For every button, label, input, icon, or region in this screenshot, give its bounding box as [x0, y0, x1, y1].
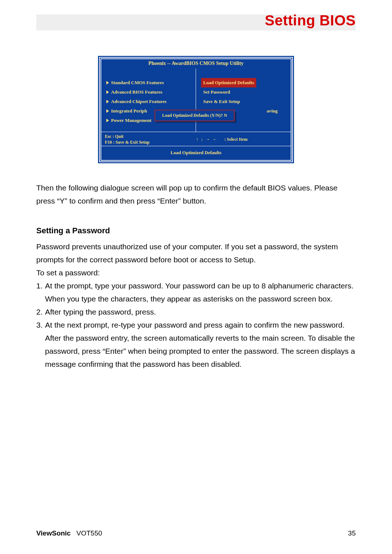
triangle-icon: [106, 119, 109, 122]
triangle-icon: [106, 90, 109, 94]
bios-title: Phoenix -- AwardBIOS CMOS Setup Utility: [101, 59, 291, 69]
bios-hint-select: : Select Item: [224, 136, 248, 142]
section-heading: Setting a Password: [36, 224, 356, 237]
bios-menu-item: Advanced Chipset Features: [106, 97, 191, 106]
arrow-keys-icon: ↑ ↓ → ←: [196, 136, 218, 142]
bios-hint-f10: F10 : Save & Exit Setup: [105, 139, 196, 145]
list-item: 2.After typing the password, press.: [36, 305, 356, 319]
bios-item-label: Advanced BIOS Features: [111, 87, 162, 97]
page-title: Setting BIOS: [265, 12, 356, 29]
page-number: 35: [348, 529, 356, 537]
bios-hint-bar: Esc : Quit F10 : Save & Exit Setup ↑ ↓ →…: [101, 132, 291, 146]
bios-item-label: Set Password: [203, 87, 230, 97]
paragraph: Password prevents unauthorized use of yo…: [36, 240, 356, 266]
triangle-icon: [106, 100, 109, 103]
bios-menu-item: Standard CMOS Features: [106, 78, 191, 87]
list-text: After typing the password, press.: [45, 305, 356, 319]
bios-item-label: Save & Exit Setup: [203, 97, 240, 106]
bios-item-label: Integrated Periph: [111, 106, 147, 116]
bios-screenshot: Phoenix -- AwardBIOS CMOS Setup Utility …: [36, 56, 356, 163]
bios-menu-item: Set Password: [201, 87, 286, 97]
footer-brand-name: ViewSonic: [36, 529, 71, 537]
bios-item-label: Power Management: [111, 116, 151, 125]
list-text: At the prompt, type your password. Your …: [45, 279, 356, 305]
bios-hint-esc: Esc : Quit: [105, 134, 196, 139]
triangle-icon: [106, 109, 109, 113]
bios-item-label: Standard CMOS Features: [111, 78, 164, 87]
ordered-list: 1.At the prompt, type your password. You…: [36, 279, 356, 371]
footer-model: VOT550: [77, 529, 102, 537]
body-content: Then the following dialogue screen will …: [36, 181, 356, 371]
bios-menu-item: Save & Exit Setup: [201, 97, 286, 106]
list-number: 3.: [36, 319, 45, 371]
list-number: 2.: [36, 305, 45, 319]
paragraph: To set a password:: [36, 266, 356, 279]
page-footer: ViewSonic VOT550 35: [36, 529, 356, 537]
bios-item-label: Advanced Chipset Features: [111, 97, 167, 106]
triangle-icon: [106, 81, 109, 85]
paragraph: Then the following dialogue screen will …: [36, 181, 356, 208]
list-item: 3.At the next prompt, re-type your passw…: [36, 319, 356, 371]
list-number: 1.: [36, 279, 45, 305]
bios-item-label: aving: [267, 106, 278, 116]
bios-menu-item: Advanced BIOS Features: [106, 87, 191, 97]
list-text: At the next prompt, re-type your passwor…: [45, 319, 356, 371]
bios-menu-item-selected: Load Optimized Defaults: [201, 78, 256, 87]
bios-footer-label: Load Optimized Defaults: [101, 146, 291, 160]
header-band: Setting BIOS: [36, 15, 356, 30]
list-item: 1.At the prompt, type your password. You…: [36, 279, 356, 305]
bios-confirm-dialog: Load Optimized Defaults (Y/N)? N: [154, 110, 235, 122]
footer-brand: ViewSonic VOT550: [36, 529, 102, 537]
